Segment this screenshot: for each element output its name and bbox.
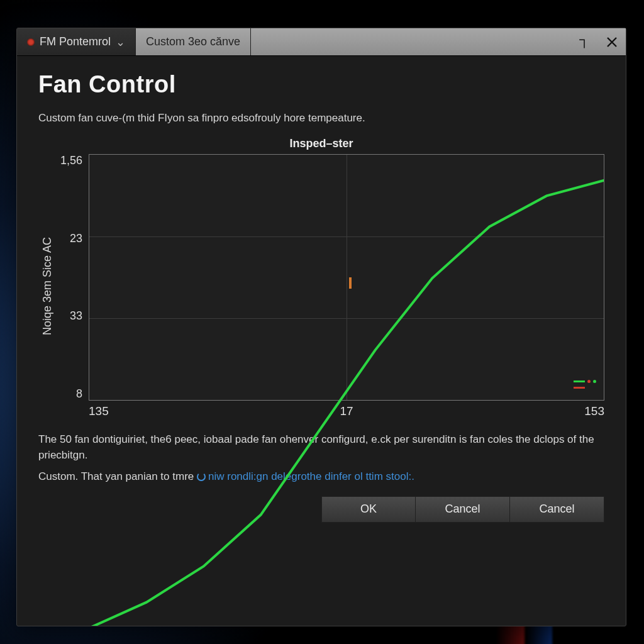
minimize-button[interactable]: ┐ xyxy=(570,28,598,55)
current-temp-marker[interactable] xyxy=(349,277,352,289)
y-tick: 23 xyxy=(70,232,82,245)
close-button[interactable] xyxy=(598,28,626,55)
tab-secondary[interactable]: Custom 3eo cănve xyxy=(136,28,251,55)
minimize-icon: ┐ xyxy=(579,31,589,48)
tab-primary[interactable]: FM Pontemrol ⌄ xyxy=(17,28,136,55)
tab-primary-label: FM Pontemrol xyxy=(40,35,111,48)
y-axis-ticks: 1,56 23 33 8 xyxy=(57,154,89,418)
window-body: Fan Control Custom fan cuve-(m thid FIyo… xyxy=(17,56,626,626)
y-tick: 8 xyxy=(76,387,82,401)
y-axis-label: Noiqe 3em Sice AC xyxy=(38,154,57,418)
page-title: Fan Control xyxy=(38,71,604,98)
titlebar-spacer xyxy=(251,28,570,55)
fan-control-window: FM Pontemrol ⌄ Custom 3eo cănve ┐ Fan Co… xyxy=(16,28,626,626)
chart-title: Insped–ster xyxy=(38,137,604,150)
chart-legend xyxy=(574,380,596,389)
record-icon xyxy=(27,38,35,46)
close-icon xyxy=(606,36,618,48)
y-tick: 33 xyxy=(70,309,82,323)
fan-curve-line xyxy=(89,155,604,626)
titlebar: FM Pontemrol ⌄ Custom 3eo cănve ┐ xyxy=(17,28,626,56)
y-tick: 1,56 xyxy=(60,154,82,167)
fan-curve-plot[interactable] xyxy=(89,154,604,401)
chevron-down-icon[interactable]: ⌄ xyxy=(116,35,125,49)
page-subtitle: Custom fan cuve-(m thid FIyon sa finpro … xyxy=(38,112,604,125)
chart-area: Noiqe 3em Sice AC 1,56 23 33 8 xyxy=(38,154,604,418)
tab-secondary-label: Custom 3eo cănve xyxy=(146,35,240,48)
